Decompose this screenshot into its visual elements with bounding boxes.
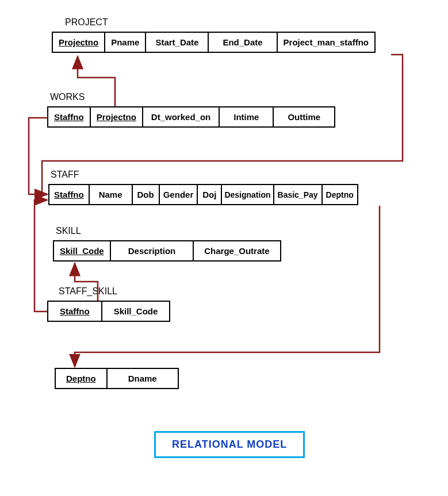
- col-project-pname: Pname: [104, 32, 146, 53]
- table-staff: Staffno Name Dob Gender Doj Designation …: [48, 184, 358, 205]
- col-works-staffno: Staffno: [47, 106, 91, 128]
- col-project-manstaffno: Project_man_staffno: [277, 32, 376, 53]
- col-project-projectno: Projectno: [52, 32, 105, 53]
- col-project-startdate: Start_Date: [145, 32, 209, 53]
- footer-title: RELATIONAL MODEL: [154, 431, 305, 458]
- table-name-staffskill: STAFF_SKILL: [59, 286, 117, 297]
- table-name-staff: STAFF: [51, 170, 79, 180]
- col-skill-chargeoutrate: Charge_Outrate: [193, 240, 281, 262]
- col-dept-deptno: Deptno: [55, 368, 108, 389]
- col-staff-deptno: Deptno: [321, 184, 358, 205]
- col-staff-basicpay: Basic_Pay: [273, 184, 323, 205]
- table-dept: Deptno Dname: [55, 368, 179, 389]
- table-skill: Skill_Code Description Charge_Outrate: [53, 240, 281, 262]
- col-staff-designation: Designation: [221, 184, 274, 205]
- table-works: Staffno Projectno Dt_worked_on Intime Ou…: [47, 106, 335, 128]
- col-staff-doj: Doj: [197, 184, 222, 205]
- col-project-enddate: End_Date: [208, 32, 277, 53]
- col-works-dtworkedon: Dt_worked_on: [142, 106, 220, 128]
- col-staff-gender: Gender: [159, 184, 198, 205]
- table-name-project: PROJECT: [65, 17, 108, 28]
- col-works-intime: Intime: [219, 106, 274, 128]
- col-staff-staffno: Staffno: [48, 184, 90, 205]
- col-skill-description: Description: [110, 240, 194, 262]
- table-project: Projectno Pname Start_Date End_Date Proj…: [52, 32, 376, 53]
- table-name-works: WORKS: [50, 92, 85, 102]
- col-staffskill-staffno: Staffno: [47, 301, 102, 322]
- col-staff-name: Name: [89, 184, 133, 205]
- col-works-projectno: Projectno: [90, 106, 143, 128]
- col-skill-skillcode: Skill_Code: [53, 240, 111, 262]
- col-dept-dname: Dname: [106, 368, 179, 389]
- table-name-skill: SKILL: [56, 226, 81, 236]
- col-works-outtime: Outtime: [273, 106, 335, 128]
- col-staff-dob: Dob: [132, 184, 160, 205]
- col-staffskill-skillcode: Skill_Code: [101, 301, 171, 322]
- table-staffskill: Staffno Skill_Code: [47, 301, 170, 322]
